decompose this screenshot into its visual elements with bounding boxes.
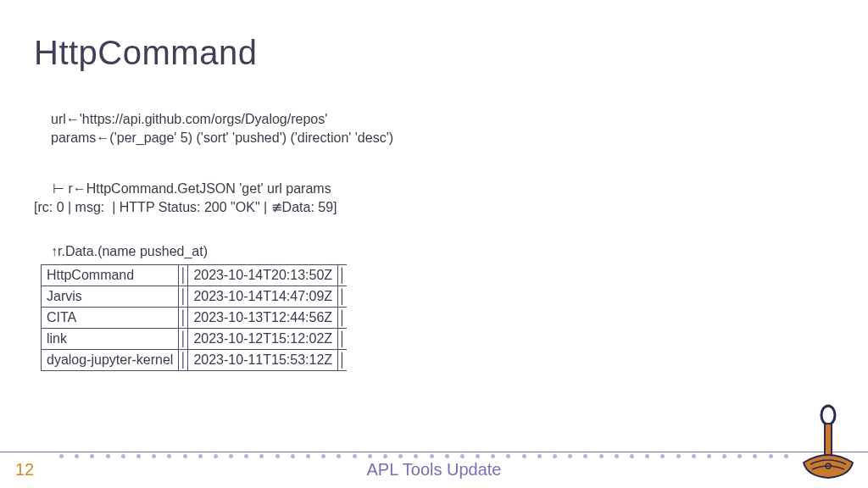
cell-ts: 2023-10-14T20:13:50Z: [188, 265, 338, 286]
cell-name: Jarvis: [42, 286, 179, 308]
slide: HttpCommand url←'https://api.github.com/…: [0, 0, 868, 488]
code-line: url←'https://api.github.com/orgs/Dyalog/…: [51, 112, 327, 126]
cell-ts: 2023-10-13T12:44:56Z: [188, 308, 338, 329]
output-table: HttpCommand │ 2023-10-14T20:13:50Z │ Jar…: [41, 264, 347, 371]
table-row: CITA │ 2023-10-13T12:44:56Z │: [42, 308, 348, 329]
code-line: params←('per_page' 5) ('sort' 'pushed') …: [51, 130, 393, 145]
cell-name: HttpCommand: [42, 265, 179, 286]
cell-name: CITA: [42, 308, 179, 329]
output-line: [rc: 0 | msg: | HTTP Status: 200 "OK" | …: [34, 200, 337, 214]
footer-dots: [59, 454, 788, 459]
code-line: ⊢ r←HttpCommand.GetJSON 'get' url params: [34, 180, 331, 198]
dyalog-hammer-icon: [798, 403, 858, 483]
table-row: link │ 2023-10-12T15:12:02Z │: [42, 329, 348, 350]
data-expression: ↑r.Data.(name pushed_at): [51, 244, 208, 259]
cell-ts: 2023-10-12T15:12:02Z: [188, 329, 338, 350]
footer-title: APL Tools Update: [0, 460, 868, 480]
cell-name: link: [42, 329, 179, 350]
result-block: ⊢ r←HttpCommand.GetJSON 'get' url params…: [34, 180, 337, 216]
footer-divider: [0, 452, 868, 452]
table-row: Jarvis │ 2023-10-14T14:47:09Z │: [42, 286, 348, 308]
cell-name: dyalog-jupyter-kernel: [42, 350, 179, 371]
table-row: HttpCommand │ 2023-10-14T20:13:50Z │: [42, 265, 348, 286]
cell-ts: 2023-10-14T14:47:09Z: [188, 286, 338, 308]
page-title: HttpCommand: [34, 34, 257, 72]
code-block: url←'https://api.github.com/orgs/Dyalog/…: [51, 110, 393, 147]
svg-point-0: [821, 406, 835, 424]
svg-rect-1: [825, 424, 832, 456]
table-row: dyalog-jupyter-kernel │ 2023-10-11T15:53…: [42, 350, 348, 371]
cell-ts: 2023-10-11T15:53:12Z: [188, 350, 338, 371]
